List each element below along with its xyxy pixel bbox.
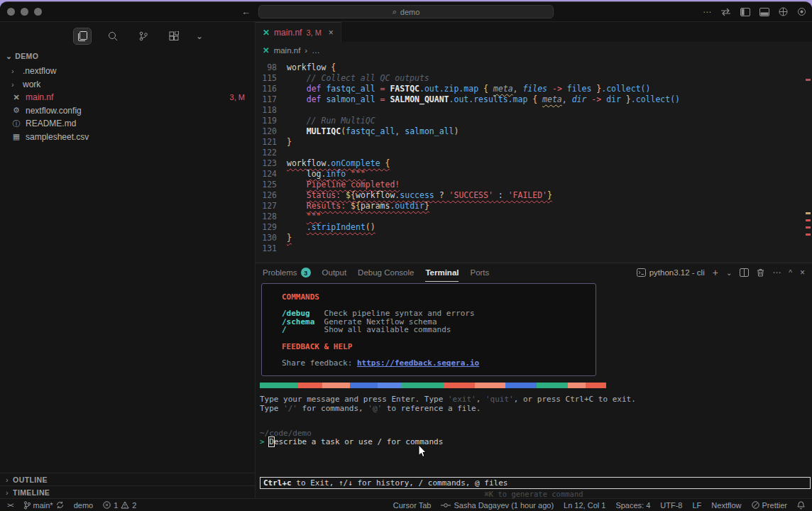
code-line-126[interactable]: 126 Status: ${workflow.success ? 'SUCCES…	[256, 190, 812, 201]
panel-tab-output[interactable]: Output	[322, 263, 347, 282]
panel-toggle-icon[interactable]	[759, 8, 769, 16]
source-control-icon[interactable]	[135, 28, 152, 44]
customize-layout-icon[interactable]	[779, 7, 788, 16]
line-number: 119	[256, 116, 277, 126]
terminal-instance[interactable]: python3.12 - cli	[637, 268, 705, 277]
language-mode-item[interactable]: Nextflow	[711, 501, 741, 510]
more-actions-icon[interactable]: ⋯	[703, 7, 711, 17]
text-line: > Describe a task or use / for commands	[260, 438, 443, 446]
code-line-120[interactable]: 120 MULTIQC(fastqc_all, salmon_all)	[256, 126, 812, 137]
chevron-right-icon: ›	[6, 488, 9, 497]
views-chevron-icon[interactable]: ⌄	[196, 31, 203, 41]
tab-main-nf[interactable]: ✕ main.nf 3, M ×	[256, 22, 341, 42]
code-line-129[interactable]: 129 .stripIndent()	[256, 222, 812, 233]
code-line-116[interactable]: 116 def fastqc_all = FASTQC.out.zip.map …	[256, 84, 812, 94]
bottom-panel: Problems3OutputDebug ConsoleTerminalPort…	[256, 263, 812, 498]
file-name: work	[23, 79, 40, 89]
file-row-samplesheet-csv[interactable]: ▦samplesheet.csv	[0, 131, 255, 144]
code-line-124[interactable]: 124 log.info """	[256, 169, 812, 180]
code-line-115[interactable]: 115 // Collect all QC outputs	[256, 73, 812, 84]
ruler-mark	[806, 233, 811, 236]
panel-tab-debug-console[interactable]: Debug Console	[358, 263, 414, 282]
code-line-130[interactable]: 130}	[256, 233, 812, 243]
line-number: 126	[256, 190, 277, 201]
code-line-125[interactable]: 125 Pipeline completed!	[256, 180, 812, 190]
error-count: 1	[114, 501, 118, 510]
line-number: 125	[256, 180, 277, 190]
file-row-main-nf[interactable]: ✕main.nf3, M	[0, 91, 255, 104]
extensions-icon[interactable]	[165, 28, 182, 44]
git-branch-item[interactable]: main*	[23, 501, 64, 510]
eol-item[interactable]: LF	[693, 501, 702, 510]
encoding-item[interactable]: UTF-8	[660, 501, 682, 510]
code-line-128[interactable]: 128 """	[256, 211, 812, 222]
code-line-122[interactable]: 122	[256, 148, 812, 158]
new-terminal-icon[interactable]: +	[713, 267, 718, 278]
file-row-work[interactable]: ›work	[0, 78, 255, 92]
cursor-position-item[interactable]: Ln 12, Col 1	[564, 501, 605, 510]
close-panel-icon[interactable]: ×	[800, 268, 805, 278]
command-center-search[interactable]: ⌕ demo	[258, 5, 554, 18]
activity-bar: ⌄	[0, 26, 255, 46]
sidebar-toggle-icon[interactable]	[740, 8, 750, 16]
titlebar: ← → ⌕ demo ⋯	[0, 2, 812, 22]
search-view-icon[interactable]	[104, 28, 121, 44]
text-line: Share feedback: https://feedback.seqera.…	[282, 359, 596, 368]
file-row-readme-md[interactable]: ⓘREADME.md	[0, 117, 255, 131]
panel-tab-problems[interactable]: Problems3	[263, 263, 311, 282]
breadcrumb[interactable]: ✕ main.nf › …	[256, 42, 812, 59]
line-number: 124	[256, 169, 277, 180]
minimize-window-button[interactable]	[21, 8, 28, 16]
code-line-123[interactable]: 123workflow.onComplete {	[256, 158, 812, 169]
blame-icon	[441, 502, 451, 508]
gear-icon: ⚙	[11, 106, 21, 115]
file-name: README.md	[26, 119, 76, 128]
indentation-item[interactable]: Spaces: 4	[615, 501, 650, 510]
close-window-button[interactable]	[7, 8, 15, 16]
code-line-121[interactable]: 121}	[256, 137, 812, 148]
back-icon[interactable]: ←	[241, 6, 251, 17]
line-number: 117	[256, 94, 277, 105]
code-line-119[interactable]: 119 // Run MultiQC	[256, 116, 812, 126]
code-line-118[interactable]: 118	[256, 105, 812, 116]
zoom-window-button[interactable]	[34, 8, 42, 16]
sync-arrows-icon[interactable]	[720, 8, 731, 16]
split-terminal-icon[interactable]	[740, 268, 749, 277]
code-line-98[interactable]: 98workflow {	[256, 62, 812, 73]
code-line-127[interactable]: 127 Results: ${params.outdir}	[256, 201, 812, 211]
settings-gear-icon[interactable]	[797, 7, 806, 16]
code-line-117[interactable]: 117 def salmon_all = SALMON_QUANT.out.re…	[256, 94, 812, 105]
chevron-right-icon: ›	[6, 476, 9, 484]
code-line-131[interactable]: 131	[256, 243, 812, 254]
notifications-bell-icon[interactable]	[797, 501, 805, 510]
file-list: ›.nextflow›work✕main.nf3, M⚙nextflow.con…	[0, 65, 255, 143]
line-number: 131	[256, 243, 277, 254]
traffic-lights	[7, 8, 42, 16]
terminal-dropdown-icon[interactable]: ⌄	[726, 269, 732, 277]
panel-tab-terminal[interactable]: Terminal	[425, 263, 459, 282]
tab-label: main.nf	[274, 28, 302, 38]
file-row--nextflow[interactable]: ›.nextflow	[0, 65, 255, 78]
git-blame-item[interactable]: Sasha Dagayev (1 hour ago)	[441, 501, 554, 510]
tab-close-icon[interactable]: ×	[329, 28, 334, 38]
cursor-tab-item[interactable]: Cursor Tab	[393, 501, 432, 510]
panel-tab-ports[interactable]: Ports	[470, 263, 489, 282]
terminal-help-box: COMMANDS /debug Check pipeline syntax an…	[261, 283, 596, 376]
breadcrumb-file[interactable]: main.nf	[274, 46, 301, 55]
code-editor[interactable]: 98workflow {115 // Collect all QC output…	[256, 59, 812, 263]
formatter-item[interactable]: Prettier	[752, 501, 787, 510]
terminal-view[interactable]: COMMANDS /debug Check pipeline syntax an…	[256, 282, 812, 498]
kill-terminal-icon[interactable]	[757, 268, 764, 277]
sidebar-section-timeline[interactable]: ›TIMELINE	[0, 485, 255, 498]
panel-more-icon[interactable]: ⋯	[772, 268, 781, 278]
terminal-prompt-input[interactable]: > Describe a task or use / for commands	[260, 438, 443, 446]
explorer-icon[interactable]	[74, 28, 91, 44]
maximize-panel-icon[interactable]: ^	[789, 269, 792, 277]
profile-item[interactable]: demo	[74, 501, 94, 510]
problems-item[interactable]: 1 2	[103, 501, 136, 510]
sidebar-section-outline[interactable]: ›OUTLINE	[0, 473, 255, 485]
remote-indicator[interactable]: ><	[7, 502, 13, 509]
explorer-section-header[interactable]: ⌄ DEMO	[0, 46, 255, 63]
file-row-nextflow-config[interactable]: ⚙nextflow.config	[0, 104, 255, 118]
breadcrumb-symbol[interactable]: …	[312, 46, 320, 55]
